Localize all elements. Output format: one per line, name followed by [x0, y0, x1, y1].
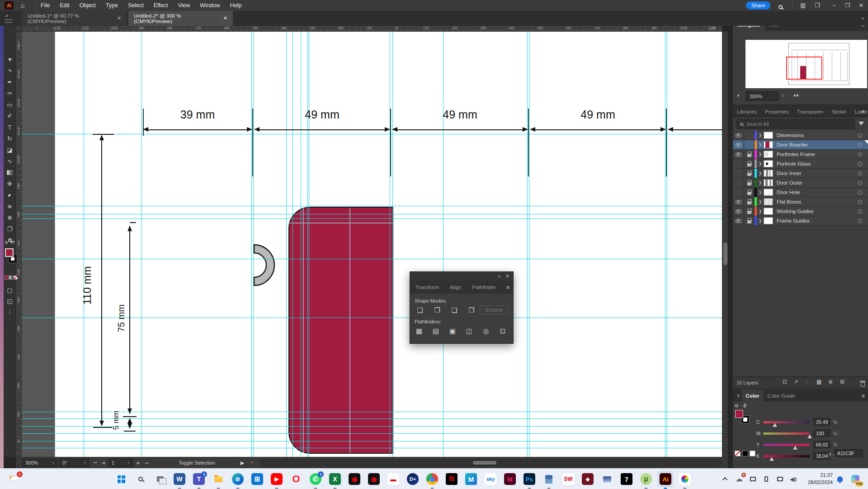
layer-thumbnail[interactable]	[764, 179, 773, 186]
horizontal-ruler[interactable]: 1201101009080706050403020100102030405060…	[22, 26, 722, 32]
tool-button[interactable]: ✜	[4, 178, 16, 189]
dock-tab[interactable]: Libraries	[733, 105, 761, 118]
visibility-toggle[interactable]	[733, 169, 744, 178]
layer-row[interactable]: ❯ Door Boarder	[733, 140, 868, 150]
arrange-documents-icon[interactable]: ▥	[800, 2, 806, 9]
menu-item[interactable]: Type	[106, 2, 118, 9]
close-tab-icon[interactable]: ✕	[117, 15, 121, 21]
pathfinder-button[interactable]: ◫	[464, 326, 475, 336]
tray-icon[interactable]	[774, 471, 786, 487]
layer-name[interactable]: Working Guides	[777, 209, 858, 214]
close-icon[interactable]: ✕	[505, 273, 509, 279]
document-canvas[interactable]: 39 mm 49 mm 49 mm	[22, 32, 722, 457]
horizontal-guide[interactable]	[22, 433, 722, 434]
taskbar-icon[interactable]: Ai	[657, 471, 674, 487]
visibility-toggle[interactable]	[733, 207, 744, 216]
door-handle-shape[interactable]	[233, 244, 275, 287]
layer-thumbnail[interactable]	[764, 132, 773, 139]
dock-tab[interactable]: Transparen	[793, 105, 827, 118]
expand-chevron-icon[interactable]: ❯	[757, 199, 764, 204]
toolbar-collapse-icon[interactable]: »	[5, 13, 8, 18]
ruler-origin-box[interactable]	[16, 26, 22, 32]
tool-button[interactable]: ♦	[4, 190, 16, 200]
zoom-out-icon[interactable]: ▲	[736, 93, 740, 97]
rotation-field[interactable]: 0° ˅	[59, 459, 89, 467]
menu-item[interactable]: Select	[128, 2, 144, 9]
expand-button[interactable]: Expand	[480, 305, 509, 314]
layer-target-circle[interactable]	[858, 152, 862, 157]
layer-row[interactable]: ❯ Door Outer	[733, 178, 868, 188]
visibility-toggle[interactable]	[733, 178, 744, 187]
channel-value-field[interactable]: 69.02	[813, 441, 830, 448]
next-page-icon[interactable]: ▶	[137, 461, 140, 465]
navigator-zoom-field[interactable]: 300%	[745, 91, 779, 101]
menu-item[interactable]: Edit	[60, 2, 70, 9]
layers-footer-icon[interactable]: ⊡	[783, 379, 787, 385]
restore-button[interactable]: ❐	[841, 0, 854, 11]
minimize-button[interactable]: –	[827, 0, 841, 11]
taskbar-icon[interactable]: T 1	[191, 471, 207, 487]
channel-value-field[interactable]: 100	[813, 429, 830, 437]
taskbar-icon[interactable]: 7	[618, 471, 635, 487]
lock-toggle[interactable]	[744, 178, 755, 187]
layer-target-circle[interactable]	[858, 190, 862, 195]
horizontal-guide[interactable]	[22, 448, 722, 448]
layer-target-circle[interactable]	[858, 209, 862, 214]
chevron-down-icon[interactable]: ˅	[782, 93, 784, 98]
pathfinder-button[interactable]: ▦	[414, 326, 425, 336]
copilot-icon[interactable]: PRE	[847, 471, 863, 487]
none-mode-swatch[interactable]	[14, 275, 18, 280]
tool-button[interactable]: ◪	[4, 144, 16, 155]
panel-collapse-icon[interactable]: ⇕	[733, 389, 742, 402]
layer-name[interactable]: Frame Guides	[777, 218, 858, 223]
shape-mode-button[interactable]: ❏	[415, 305, 425, 315]
layer-target-circle[interactable]	[858, 181, 862, 185]
lock-toggle[interactable]	[744, 216, 755, 225]
expand-chevron-icon[interactable]: ❯	[757, 190, 764, 195]
taskbar-icon[interactable]: Ps	[521, 471, 538, 487]
layer-row[interactable]: ❯ Door Inner	[733, 169, 868, 178]
taskbar-icon[interactable]: ▶	[269, 471, 285, 487]
layer-thumbnail[interactable]	[764, 208, 773, 215]
layer-name[interactable]: Portholes Frame	[777, 152, 858, 157]
edit-toolbar-button[interactable]: ⋮	[4, 306, 16, 317]
vertical-guide[interactable]	[251, 32, 252, 457]
vertical-guide[interactable]	[390, 32, 390, 457]
tool-button[interactable]: T	[4, 122, 16, 133]
expand-chevron-icon[interactable]: ❯	[757, 142, 764, 147]
layer-row[interactable]: ❯ Porthole Glass	[733, 159, 868, 169]
collapse-icon[interactable]: «	[498, 273, 500, 279]
layer-target-circle[interactable]	[858, 133, 862, 138]
layer-thumbnail[interactable]	[764, 170, 773, 177]
fill-color-swatch[interactable]	[5, 248, 14, 257]
color-mode-swatch[interactable]	[5, 275, 9, 280]
tool-button[interactable]: ≋	[4, 201, 16, 212]
layer-name[interactable]: Dimensions	[777, 133, 858, 138]
vertical-scrollbar-thumb[interactable]	[723, 242, 727, 265]
panel-dock-collapse-icon[interactable]: »	[861, 15, 864, 21]
panel-menu-icon[interactable]: ≡	[861, 393, 865, 399]
lock-toggle[interactable]	[744, 131, 755, 140]
vertical-guide[interactable]	[301, 32, 301, 457]
vertical-guide[interactable]	[84, 32, 84, 457]
dock-tab[interactable]: Stroke	[827, 105, 850, 118]
gradient-mode-swatch[interactable]	[9, 275, 13, 280]
taskbar-icon[interactable]: M	[463, 471, 479, 487]
tool-button[interactable]: ✑	[4, 88, 16, 99]
black-swatch[interactable]	[742, 451, 748, 456]
delete-layer-icon[interactable]	[861, 380, 865, 389]
vertical-guide[interactable]	[527, 32, 528, 457]
menu-item[interactable]: Effect	[154, 2, 168, 9]
horizontal-guide[interactable]	[22, 259, 722, 259]
taskbar-icon[interactable]: sky	[482, 471, 499, 487]
panel-menu-icon[interactable]: ≡	[506, 284, 509, 291]
expand-chevron-icon[interactable]: ❯	[757, 180, 764, 185]
tool-button[interactable]: ↻	[4, 133, 16, 144]
door-shape[interactable]	[288, 207, 393, 454]
last-page-icon[interactable]: ⏭	[145, 461, 149, 465]
first-page-icon[interactable]: ⏮	[94, 461, 97, 465]
vertical-guide[interactable]	[443, 32, 443, 457]
layer-name[interactable]: Flat Boxes	[777, 199, 858, 204]
menu-item[interactable]: Object	[80, 2, 96, 9]
layer-name[interactable]: Porthole Glass	[777, 161, 858, 166]
